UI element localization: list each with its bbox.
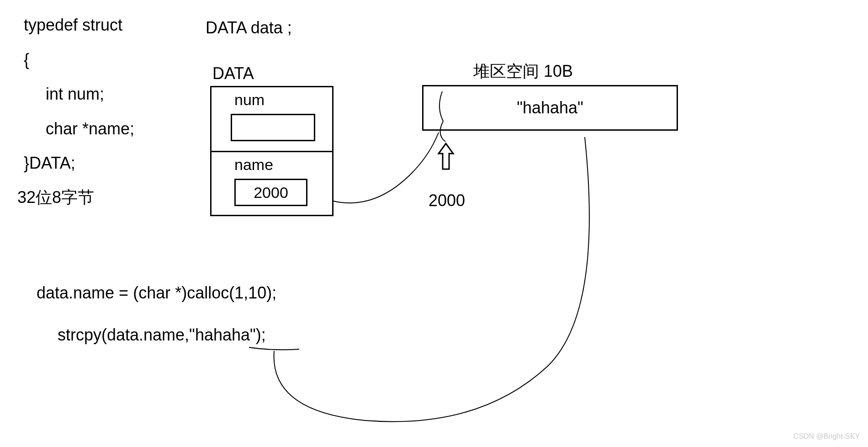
calloc-statement: data.name = (char *)calloc(1,10); <box>37 283 276 303</box>
heap-box: "hahaha" <box>422 85 678 131</box>
code-line-1: typedef struct <box>24 12 134 38</box>
code-line-5: }DATA; <box>24 150 134 176</box>
size-note: 32位8字节 <box>17 186 94 209</box>
strcpy-statement: strcpy(data.name,"hahaha"); <box>58 325 266 345</box>
num-value-box <box>231 114 315 141</box>
struct-field-num: num <box>212 87 332 152</box>
arrow-up-icon <box>437 143 455 175</box>
watermark: CSDN @Bright-SKY <box>794 432 860 441</box>
struct-box: num name 2000 <box>210 86 333 216</box>
heap-label: 堆区空间 10B <box>473 60 573 83</box>
code-line-3: int num; <box>24 81 134 107</box>
heap-address: 2000 <box>429 191 465 210</box>
name-value-box: 2000 <box>234 179 307 206</box>
struct-box-label: DATA <box>212 64 254 83</box>
struct-field-name: name 2000 <box>212 152 332 218</box>
code-line-2: { <box>24 47 134 73</box>
struct-definition: typedef struct { int num; char *name; }D… <box>24 12 134 185</box>
num-label: num <box>234 91 265 109</box>
variable-declaration: DATA data ; <box>206 18 292 37</box>
name-label: name <box>234 156 273 174</box>
code-line-4: char *name; <box>24 116 134 142</box>
